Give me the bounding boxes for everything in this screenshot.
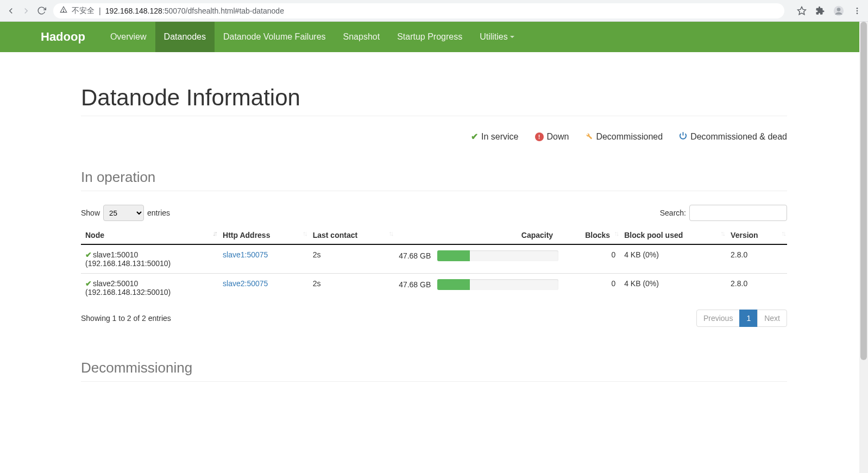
cell-last-contact: 2s <box>309 274 394 302</box>
col-node[interactable]: Node <box>81 226 218 244</box>
section-decommissioning: Decommissioning <box>81 360 787 382</box>
section-in-operation: In operation <box>81 169 787 191</box>
length-select[interactable]: 25 <box>103 205 144 221</box>
table-row: ✔slave1:50010(192.168.148.131:50010)slav… <box>81 244 787 274</box>
nav-startup-progress[interactable]: Startup Progress <box>388 22 471 52</box>
navbar-nav: OverviewDatanodesDatanode Volume Failure… <box>102 22 523 52</box>
cell-node: ✔slave1:50010(192.168.148.131:50010) <box>81 244 218 274</box>
wrench-icon <box>585 132 593 142</box>
nav-utilities[interactable]: Utilities <box>471 22 523 52</box>
svg-marker-2 <box>798 7 806 14</box>
svg-point-1 <box>63 11 64 11</box>
page-title: Datanode Information <box>81 85 787 111</box>
chevron-down-icon <box>510 36 514 38</box>
cell-block-pool: 4 KB (0%) <box>620 244 726 274</box>
star-icon[interactable] <box>796 5 807 16</box>
legend-decommissioned: Decommissioned <box>585 131 663 142</box>
search-control: Search: <box>660 205 787 221</box>
cell-node: ✔slave2:50010(192.168.148.132:50010) <box>81 274 218 302</box>
scrollbar-thumb[interactable] <box>860 22 867 360</box>
main-navbar: Hadoop OverviewDatanodesDatanode Volume … <box>0 22 868 52</box>
cell-blocks: 0 <box>563 274 620 302</box>
svg-point-4 <box>837 8 841 11</box>
insecure-icon <box>60 6 67 15</box>
legend: ✔ In service ! Down Decommissioned Decom… <box>81 127 787 158</box>
col-version[interactable]: Version <box>726 226 787 244</box>
capacity-bar <box>437 250 558 261</box>
check-icon: ✔ <box>471 131 478 142</box>
nav-datanodes[interactable]: Datanodes <box>155 22 215 52</box>
col-block-pool[interactable]: Block pool used <box>620 226 726 244</box>
search-input[interactable] <box>689 205 787 221</box>
capacity-bar <box>437 279 558 290</box>
col-http[interactable]: Http Address <box>218 226 309 244</box>
cell-http: slave2:50075 <box>218 274 309 302</box>
legend-in-service: ✔ In service <box>471 131 518 142</box>
back-icon[interactable] <box>5 5 16 16</box>
col-blocks[interactable]: Blocks <box>563 226 620 244</box>
svg-point-6 <box>857 10 858 11</box>
length-control: Show 25 entries <box>81 205 170 221</box>
col-capacity[interactable]: Capacity <box>394 226 563 244</box>
page-1[interactable]: 1 <box>740 310 757 326</box>
pagination: Previous 1 Next <box>697 310 787 327</box>
check-icon: ✔ <box>85 250 92 259</box>
nav-datanode-volume-failures[interactable]: Datanode Volume Failures <box>215 22 335 52</box>
table-row: ✔slave2:50010(192.168.148.132:50010)slav… <box>81 274 787 302</box>
profile-icon[interactable] <box>833 5 844 16</box>
nav-snapshot[interactable]: Snapshot <box>335 22 389 52</box>
cell-version: 2.8.0 <box>726 274 787 302</box>
power-icon <box>679 131 687 142</box>
legend-decommissioned-dead: Decommissioned & dead <box>679 131 787 142</box>
menu-icon[interactable] <box>852 5 863 16</box>
datanode-table: Node Http Address Last contact Capacity … <box>81 226 787 302</box>
reload-icon[interactable] <box>36 5 47 16</box>
page-next[interactable]: Next <box>758 310 787 326</box>
browser-chrome: 不安全 | 192.168.148.128:50070/dfshealth.ht… <box>0 0 868 22</box>
extensions-icon[interactable] <box>815 5 826 16</box>
brand[interactable]: Hadoop <box>41 22 93 52</box>
url-bar[interactable]: 不安全 | 192.168.148.128:50070/dfshealth.ht… <box>53 3 784 18</box>
page-previous[interactable]: Previous <box>697 310 739 326</box>
scrollbar[interactable] <box>859 22 868 387</box>
forward-icon[interactable] <box>21 5 32 16</box>
http-link[interactable]: slave2:50075 <box>223 279 268 288</box>
cell-block-pool: 4 KB (0%) <box>620 274 726 302</box>
svg-point-5 <box>857 8 858 9</box>
svg-point-7 <box>857 12 858 14</box>
cell-capacity: 47.68 GB <box>394 244 563 274</box>
cell-blocks: 0 <box>563 244 620 274</box>
cell-version: 2.8.0 <box>726 244 787 274</box>
col-last-contact[interactable]: Last contact <box>309 226 394 244</box>
nav-overview[interactable]: Overview <box>102 22 155 52</box>
insecure-label: 不安全 <box>72 6 95 16</box>
cell-last-contact: 2s <box>309 244 394 274</box>
table-info: Showing 1 to 2 of 2 entries <box>81 314 171 323</box>
down-icon: ! <box>535 133 544 141</box>
legend-down: ! Down <box>535 131 569 142</box>
url-text: 192.168.148.128:50070/dfshealth.html#tab… <box>105 7 284 15</box>
check-icon: ✔ <box>85 279 92 288</box>
http-link[interactable]: slave1:50075 <box>223 250 268 259</box>
page-header: Datanode Information <box>81 63 787 116</box>
cell-capacity: 47.68 GB <box>394 274 563 302</box>
cell-http: slave1:50075 <box>218 244 309 274</box>
